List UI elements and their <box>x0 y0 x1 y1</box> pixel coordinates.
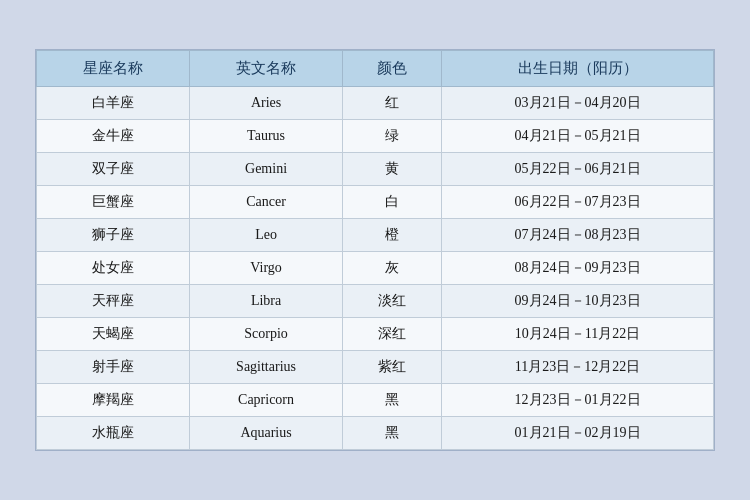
cell-english-name: Leo <box>190 219 343 252</box>
cell-date: 03月21日－04月20日 <box>442 87 714 120</box>
table-row: 天秤座Libra淡红09月24日－10月23日 <box>37 285 714 318</box>
cell-english-name: Virgo <box>190 252 343 285</box>
table-row: 狮子座Leo橙07月24日－08月23日 <box>37 219 714 252</box>
table-body: 白羊座Aries红03月21日－04月20日金牛座Taurus绿04月21日－0… <box>37 87 714 450</box>
cell-chinese-name: 天蝎座 <box>37 318 190 351</box>
cell-color: 灰 <box>343 252 442 285</box>
cell-color: 橙 <box>343 219 442 252</box>
header-english-name: 英文名称 <box>190 51 343 87</box>
cell-english-name: Taurus <box>190 120 343 153</box>
cell-chinese-name: 狮子座 <box>37 219 190 252</box>
cell-date: 04月21日－05月21日 <box>442 120 714 153</box>
table-row: 水瓶座Aquarius黑01月21日－02月19日 <box>37 417 714 450</box>
cell-date: 11月23日－12月22日 <box>442 351 714 384</box>
cell-chinese-name: 射手座 <box>37 351 190 384</box>
cell-chinese-name: 摩羯座 <box>37 384 190 417</box>
cell-color: 淡红 <box>343 285 442 318</box>
table-row: 双子座Gemini黄05月22日－06月21日 <box>37 153 714 186</box>
cell-date: 06月22日－07月23日 <box>442 186 714 219</box>
cell-english-name: Aries <box>190 87 343 120</box>
cell-chinese-name: 巨蟹座 <box>37 186 190 219</box>
cell-date: 01月21日－02月19日 <box>442 417 714 450</box>
table-row: 射手座Sagittarius紫红11月23日－12月22日 <box>37 351 714 384</box>
header-date: 出生日期（阳历） <box>442 51 714 87</box>
cell-date: 10月24日－11月22日 <box>442 318 714 351</box>
cell-date: 12月23日－01月22日 <box>442 384 714 417</box>
table-row: 金牛座Taurus绿04月21日－05月21日 <box>37 120 714 153</box>
cell-color: 深红 <box>343 318 442 351</box>
cell-english-name: Gemini <box>190 153 343 186</box>
cell-color: 黑 <box>343 417 442 450</box>
header-chinese-name: 星座名称 <box>37 51 190 87</box>
table-row: 巨蟹座Cancer白06月22日－07月23日 <box>37 186 714 219</box>
cell-english-name: Sagittarius <box>190 351 343 384</box>
cell-color: 白 <box>343 186 442 219</box>
cell-color: 黑 <box>343 384 442 417</box>
table-row: 天蝎座Scorpio深红10月24日－11月22日 <box>37 318 714 351</box>
cell-english-name: Aquarius <box>190 417 343 450</box>
cell-english-name: Cancer <box>190 186 343 219</box>
cell-chinese-name: 双子座 <box>37 153 190 186</box>
cell-chinese-name: 天秤座 <box>37 285 190 318</box>
cell-color: 黄 <box>343 153 442 186</box>
cell-color: 紫红 <box>343 351 442 384</box>
cell-date: 07月24日－08月23日 <box>442 219 714 252</box>
cell-chinese-name: 白羊座 <box>37 87 190 120</box>
cell-date: 05月22日－06月21日 <box>442 153 714 186</box>
cell-english-name: Scorpio <box>190 318 343 351</box>
cell-english-name: Libra <box>190 285 343 318</box>
cell-chinese-name: 水瓶座 <box>37 417 190 450</box>
cell-date: 08月24日－09月23日 <box>442 252 714 285</box>
table-row: 摩羯座Capricorn黑12月23日－01月22日 <box>37 384 714 417</box>
table-row: 白羊座Aries红03月21日－04月20日 <box>37 87 714 120</box>
cell-chinese-name: 金牛座 <box>37 120 190 153</box>
table-row: 处女座Virgo灰08月24日－09月23日 <box>37 252 714 285</box>
cell-color: 红 <box>343 87 442 120</box>
table-header-row: 星座名称 英文名称 颜色 出生日期（阳历） <box>37 51 714 87</box>
cell-date: 09月24日－10月23日 <box>442 285 714 318</box>
cell-chinese-name: 处女座 <box>37 252 190 285</box>
cell-english-name: Capricorn <box>190 384 343 417</box>
cell-color: 绿 <box>343 120 442 153</box>
header-color: 颜色 <box>343 51 442 87</box>
zodiac-table-container: 星座名称 英文名称 颜色 出生日期（阳历） 白羊座Aries红03月21日－04… <box>35 49 715 451</box>
zodiac-table: 星座名称 英文名称 颜色 出生日期（阳历） 白羊座Aries红03月21日－04… <box>36 50 714 450</box>
